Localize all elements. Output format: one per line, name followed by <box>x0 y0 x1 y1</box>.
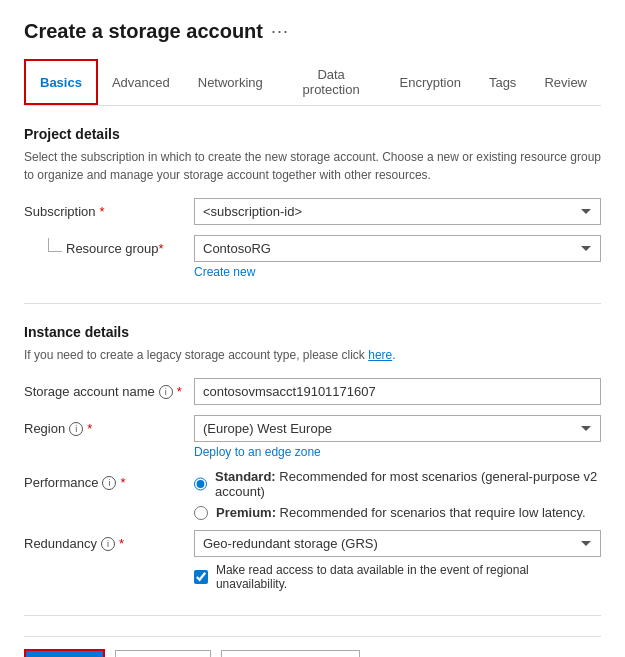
redundancy-label: Redundancy i * <box>24 530 194 551</box>
redundancy-required: * <box>119 536 124 551</box>
account-name-label: Storage account name i * <box>24 378 194 399</box>
performance-field-row: Performance i * Standard: Recommended fo… <box>24 469 601 520</box>
account-name-required: * <box>177 384 182 399</box>
next-button[interactable]: Next : Advanced > <box>221 650 361 657</box>
review-button[interactable]: Review <box>24 649 105 657</box>
performance-standard-option[interactable]: Standard: Recommended for most scenarios… <box>194 469 601 499</box>
account-name-input[interactable] <box>194 378 601 405</box>
account-name-info-icon[interactable]: i <box>159 385 173 399</box>
footer-divider <box>24 615 601 616</box>
footer-bar: Review < Previous Next : Advanced > <box>24 636 601 657</box>
resource-group-field-row: Resource group * ContosoRG Create new <box>24 235 601 279</box>
read-access-checkbox-row: Make read access to data available in th… <box>194 563 601 591</box>
region-control: (Europe) West Europe Deploy to an edge z… <box>194 415 601 459</box>
project-details-title: Project details <box>24 126 601 142</box>
subscription-required: * <box>100 204 105 219</box>
subscription-label: Subscription * <box>24 198 194 219</box>
resource-group-control: ContosoRG Create new <box>194 235 601 279</box>
previous-button[interactable]: < Previous <box>115 650 211 657</box>
tab-networking[interactable]: Networking <box>184 59 277 105</box>
deploy-edge-zone-link[interactable]: Deploy to an edge zone <box>194 445 601 459</box>
tabs-row: Basics Advanced Networking Data protecti… <box>24 59 601 106</box>
region-label: Region i * <box>24 415 194 436</box>
resource-group-label: Resource group * <box>24 235 194 256</box>
performance-label: Performance i * <box>24 469 194 490</box>
redundancy-info-icon[interactable]: i <box>101 537 115 551</box>
create-new-link[interactable]: Create new <box>194 265 601 279</box>
performance-standard-radio[interactable] <box>194 477 207 491</box>
ellipsis-button[interactable]: ··· <box>271 21 289 42</box>
performance-control: Standard: Recommended for most scenarios… <box>194 469 601 520</box>
tab-basics[interactable]: Basics <box>24 59 98 105</box>
instance-details-title: Instance details <box>24 324 601 340</box>
subscription-dropdown[interactable]: <subscription-id> <box>194 198 601 225</box>
performance-premium-option[interactable]: Premium: Recommended for scenarios that … <box>194 505 601 520</box>
region-required: * <box>87 421 92 436</box>
tab-tags[interactable]: Tags <box>475 59 530 105</box>
legacy-link[interactable]: here <box>368 348 392 362</box>
redundancy-control: Geo-redundant storage (GRS) Make read ac… <box>194 530 601 591</box>
tab-review[interactable]: Review <box>530 59 601 105</box>
instance-details-desc: If you need to create a legacy storage a… <box>24 346 601 364</box>
project-details-desc: Select the subscription in which to crea… <box>24 148 601 184</box>
performance-radio-group: Standard: Recommended for most scenarios… <box>194 469 601 520</box>
tab-encryption[interactable]: Encryption <box>385 59 474 105</box>
region-dropdown[interactable]: (Europe) West Europe <box>194 415 601 442</box>
performance-premium-radio[interactable] <box>194 506 208 520</box>
account-name-control <box>194 378 601 405</box>
subscription-control: <subscription-id> <box>194 198 601 225</box>
account-name-field-row: Storage account name i * <box>24 378 601 405</box>
page-container: Create a storage account ··· Basics Adva… <box>0 0 625 657</box>
read-access-checkbox[interactable] <box>194 570 208 584</box>
page-title-row: Create a storage account ··· <box>24 20 601 43</box>
read-access-label: Make read access to data available in th… <box>216 563 601 591</box>
section-divider <box>24 303 601 304</box>
performance-required: * <box>120 475 125 490</box>
region-info-icon[interactable]: i <box>69 422 83 436</box>
project-details-section: Project details Select the subscription … <box>24 126 601 279</box>
redundancy-field-row: Redundancy i * Geo-redundant storage (GR… <box>24 530 601 591</box>
resource-group-dropdown[interactable]: ContosoRG <box>194 235 601 262</box>
page-title: Create a storage account <box>24 20 263 43</box>
resource-group-required: * <box>159 241 164 256</box>
performance-info-icon[interactable]: i <box>102 476 116 490</box>
tab-advanced[interactable]: Advanced <box>98 59 184 105</box>
region-field-row: Region i * (Europe) West Europe Deploy t… <box>24 415 601 459</box>
tab-data-protection[interactable]: Data protection <box>277 59 386 105</box>
instance-details-section: Instance details If you need to create a… <box>24 324 601 591</box>
redundancy-dropdown[interactable]: Geo-redundant storage (GRS) <box>194 530 601 557</box>
subscription-field-row: Subscription * <subscription-id> <box>24 198 601 225</box>
